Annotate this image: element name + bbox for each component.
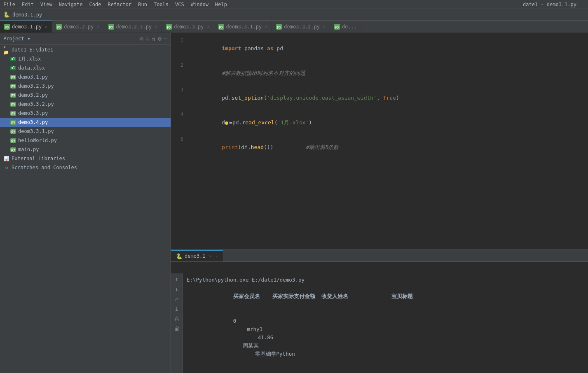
line-number-2: 2 (171, 61, 187, 69)
tab-demo3-3-2[interactable]: py demo3.3.2.py × (272, 21, 330, 33)
tree-item-ext-libs[interactable]: 📊 External Libraries (0, 154, 171, 163)
terminal-path-line: E:\Python\python.exe E:/date1/demo3.py (187, 276, 584, 284)
menu-help[interactable]: Help (215, 2, 227, 7)
title-bar-text: demo3.1.py (12, 12, 42, 18)
bottom-tab-close[interactable]: × (209, 254, 212, 259)
project-dropdown-icon[interactable]: ▾ (28, 36, 30, 42)
tab-demo3-1[interactable]: py demo3.1.py × (0, 21, 52, 33)
tab-close-demo3-2-3[interactable]: × (155, 24, 157, 29)
tab-label-demo3-2: demo3.2.py (64, 24, 94, 30)
tree-label-date1: date1 E:\date1 (12, 47, 53, 53)
line-number-3: 3 (171, 86, 187, 94)
tab-close-demo3-3-2[interactable]: × (323, 24, 326, 29)
tree-label-main: main.py (18, 147, 39, 152)
scroll-down-btn[interactable]: ↓ (173, 285, 181, 293)
tree-item-demo3-4[interactable]: py demo3.4.py (0, 118, 171, 127)
terminal-row-1: 1 mrhy2 41.86 杨某某 零基础学Python (187, 366, 584, 373)
sidebar-settings-icon[interactable]: ⚙ (158, 35, 161, 42)
title-bar: 🐍 demo3.1.py (0, 9, 588, 21)
tab-close-demo3-3[interactable]: × (207, 24, 210, 29)
py-icon-demo3-1: py (10, 74, 16, 80)
sidebar-expand-icon[interactable]: ≡ (146, 35, 149, 42)
tab-icon-demo3-2: py (56, 24, 62, 30)
sidebar-header-left: Project ▾ (3, 36, 30, 42)
scratch-icon: ⚙ (3, 165, 10, 170)
terminal-area: ↑ ↓ ⇌ ⤓ ⎙ 🗑 E:\Python\python.exe E:/date… (171, 262, 588, 373)
menu-refactor[interactable]: Refactor (108, 2, 131, 7)
tab-icon-demo3-3: py (166, 24, 172, 30)
tree-label-jan-xlsx: 1月.xlsx (18, 56, 41, 63)
menu-vcs[interactable]: VCS (175, 2, 184, 7)
tree-label-demo3-3: demo3.3.py (18, 110, 48, 116)
bottom-panel: 🐍 demo3.1 × · ↑ ↓ ⇌ ⤓ ⎙ 🗑 E:\Python\pyt (171, 249, 588, 373)
sidebar-sort-icon[interactable]: ⇅ (152, 35, 155, 42)
tab-close-demo3-2[interactable]: × (97, 24, 100, 29)
line-content-5: print(df.head()) #输出前5条数 (187, 135, 588, 160)
tab-close-demo3-1[interactable]: × (45, 25, 47, 29)
terminal-controls: ↑ ↓ ⇌ ⤓ ⎙ 🗑 (171, 273, 183, 373)
tab-demo3-3[interactable]: py demo3.3.py × (162, 21, 214, 33)
tree-label-demo3-4: demo3.4.py (18, 119, 48, 125)
menu-edit[interactable]: Edit (22, 2, 34, 7)
print-btn[interactable]: ⎙ (173, 315, 181, 323)
wrap-btn[interactable]: ⇌ (173, 295, 181, 303)
py-icon-demo3-3-2: py (10, 101, 16, 107)
tab-deom3-3-1[interactable]: py deom3.3.1.py × (214, 21, 272, 33)
tab-de-overflow[interactable]: py de... (330, 21, 361, 33)
tree-item-demo3-3-2[interactable]: py demo3.3.2.py (0, 100, 171, 109)
tree-label-data-xlsx: data.xlsx (18, 65, 45, 71)
menu-run[interactable]: Run (138, 2, 147, 7)
editor-tabs: py demo3.1.py × py demo3.2.py × py demo3… (0, 21, 588, 33)
terminal-output: E:\Python\python.exe E:/date1/demo3.py 买… (183, 273, 588, 373)
tree-label-scratches: Scratches and Consoles (12, 165, 77, 170)
py-icon-demo3-4: py (10, 119, 16, 125)
tab-demo3-2-3[interactable]: py demo3.2.3.py × (104, 21, 162, 33)
ext-lib-icon: 📊 (3, 156, 10, 161)
tree-item-data-xlsx[interactable]: xl data.xlsx (0, 63, 171, 72)
tree-item-main[interactable]: py main.py (0, 145, 171, 154)
tab-label-demo3-3: demo3.3.py (174, 24, 204, 30)
tree-item-date1[interactable]: ▾📁 date1 E:\date1 (0, 45, 171, 54)
terminal-row-0: 0 mrhy1 41.86 周某某 零基础学Python (187, 309, 584, 366)
tab-label-de-overflow: de... (342, 24, 357, 30)
keyword-import: import (222, 45, 241, 51)
scroll-up-btn[interactable]: ↑ (173, 275, 181, 283)
tree-item-demo3-1[interactable]: py demo3.1.py (0, 72, 171, 82)
breakpoint-indicator (225, 121, 228, 125)
project-label: Project (3, 36, 24, 42)
tree-item-helloworld[interactable]: py helloWorld.py (0, 136, 171, 145)
tree-item-demo3-2-3[interactable]: py demo3.2.3.py (0, 82, 171, 91)
tab-close-deom3-3-1[interactable]: × (265, 24, 267, 29)
clear-btn[interactable]: 🗑 (173, 324, 181, 333)
code-line-1: 1 import pandas as pd (171, 36, 588, 61)
tree-label-demo3-2-3: demo3.2.3.py (18, 83, 54, 89)
code-line-5: 5 print(df.head()) #输出前5条数 (171, 135, 588, 160)
menu-code[interactable]: Code (89, 2, 101, 7)
tree-label-deom3-3-1: deom3.3.1.py (18, 128, 54, 134)
line-content-3: pd.set_option('display.unicode.east_asia… (187, 86, 588, 110)
menu-navigate[interactable]: Navigate (59, 2, 83, 7)
xlsx-icon-data: xl (10, 65, 16, 71)
tree-item-jan-xlsx[interactable]: xl 1月.xlsx (0, 54, 171, 63)
title-py-icon: 🐍 (3, 12, 10, 18)
bottom-tab-separator: · (215, 253, 218, 259)
bottom-tab-demo3-1[interactable]: 🐍 demo3.1 × · (171, 250, 223, 261)
sidebar-collapse-icon[interactable]: ─ (164, 35, 167, 42)
menu-file[interactable]: File (3, 2, 15, 7)
menu-window[interactable]: Window (191, 2, 208, 7)
tree-item-scratches[interactable]: ⚙ Scratches and Consoles (0, 163, 171, 172)
tab-label-demo3-1: demo3.1.py (12, 24, 42, 30)
window-title: date1 - demo3.1.py (523, 2, 576, 7)
menu-view[interactable]: View (40, 2, 52, 7)
line-number-5: 5 (171, 135, 187, 143)
tab-label-demo3-2-3: demo3.2.3.py (116, 24, 152, 30)
menu-bar: File Edit View Navigate Code Refactor Ru… (0, 0, 588, 9)
tab-demo3-2[interactable]: py demo3.2.py × (52, 21, 104, 33)
sidebar-tree: ▾📁 date1 E:\date1 xl 1月.xlsx xl data.xls… (0, 44, 171, 373)
sidebar-locate-icon[interactable]: ⊕ (140, 35, 143, 42)
tree-item-demo3-2[interactable]: py demo3.2.py (0, 91, 171, 100)
tree-item-demo3-3[interactable]: py demo3.3.py (0, 109, 171, 118)
download-btn[interactable]: ⤓ (173, 305, 181, 313)
tree-item-deom3-3-1[interactable]: py deom3.3.1.py (0, 127, 171, 136)
menu-tools[interactable]: Tools (154, 2, 169, 7)
